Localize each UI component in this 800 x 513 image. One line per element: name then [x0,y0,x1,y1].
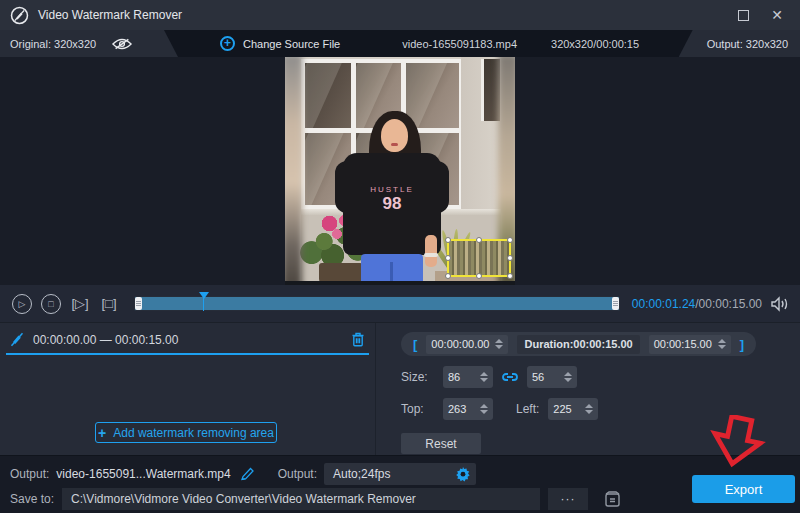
maximize-icon [738,10,749,21]
left-spinner[interactable] [585,404,593,414]
link-dimensions-icon[interactable] [502,371,518,383]
format-selector[interactable]: Auto;24fps [324,463,476,485]
selection-handle[interactable] [445,273,451,279]
output-filename: video-1655091...Watermark.mp4 [56,467,230,481]
video-blur-edge-left [285,57,302,285]
browse-button[interactable]: ··· [548,488,588,510]
change-source-button[interactable]: + Change Source File [220,36,340,51]
size-row: Size: 86 56 [401,366,800,388]
stop-section-icon: [□] [101,296,116,311]
current-time: 00:00:01.24 [632,297,695,311]
selection-handle[interactable] [445,237,451,243]
stop-button[interactable]: □ [39,292,63,316]
plus-circle-icon: + [220,36,235,51]
window-title: Video Watermark Remover [38,8,182,22]
stop-section-button[interactable]: [□] [97,292,121,316]
top-value: 263 [448,403,466,415]
volume-icon[interactable] [770,296,790,312]
height-field[interactable]: 56 [527,366,577,388]
format-value: Auto;24fps [333,467,455,481]
play-section-icon: [▷] [71,296,88,311]
left-label: Left: [516,402,539,416]
top-label: Top: [401,402,434,416]
size-label: Size: [401,370,434,384]
app-window: Video Watermark Remover ✕ Original: 320x… [0,0,800,513]
height-spinner[interactable] [564,372,572,382]
end-time-field[interactable]: 00:00:15.00 [649,335,731,354]
eye-off-icon[interactable] [112,37,132,51]
output-tab[interactable]: Output: 320x320 [679,30,800,57]
export-button[interactable]: Export [692,475,795,503]
top-spinner[interactable] [480,404,488,414]
width-field[interactable]: 86 [443,366,493,388]
bottom-bar: Output: video-1655091...Watermark.mp4 Ou… [0,455,800,513]
play-button[interactable]: ▷ [10,292,34,316]
maximize-button[interactable] [730,4,756,26]
selection-handle[interactable] [476,273,482,279]
output-file-label: Output: [10,467,49,481]
selection-handle[interactable] [445,255,451,261]
watermark-list-item[interactable]: 00:00:00.00 — 00:00:15.00 [6,329,369,355]
selection-handle[interactable] [507,273,513,279]
add-plus-icon: + [98,425,106,441]
save-to-label: Save to: [10,492,54,506]
watermark-selection-box[interactable] [447,239,511,277]
format-settings-gear-icon[interactable] [455,466,471,482]
app-logo-icon [10,6,29,25]
left-value: 225 [553,403,571,415]
play-section-button[interactable]: [▷] [68,292,92,316]
toolbar: Original: 320x320 + Change Source File v… [0,30,800,57]
add-area-label: Add watermark removing area [113,426,274,440]
play-icon: ▷ [12,294,32,314]
shirt-text-line1: HUSTLE [343,185,441,194]
start-time-field[interactable]: 00:00:00.00 [426,335,508,354]
save-path-row: Save to: C:\Vidmore\Vidmore Video Conver… [0,487,800,510]
time-display: 00:00:01.24/00:00:15.00 [632,297,762,311]
delete-watermark-icon[interactable] [351,332,365,347]
close-button[interactable]: ✕ [764,4,790,26]
preview-area: HUSTLE 98 [0,57,800,285]
width-spinner[interactable] [480,372,488,382]
video-bottom-edge [285,281,515,285]
selection-handle[interactable] [507,255,513,261]
shirt-text-line2: 98 [343,194,441,214]
open-folder-button[interactable] [598,488,626,510]
height-value: 56 [532,371,544,383]
edit-filename-icon[interactable] [240,467,255,481]
source-dimensions: 320x320/00:00:15 [551,38,639,50]
width-value: 86 [448,371,460,383]
start-time-value: 00:00:00.00 [431,338,489,350]
selection-handle[interactable] [507,237,513,243]
watermark-list-panel: 00:00:00.00 — 00:00:15.00 + Add watermar… [0,323,376,455]
video-shirt-print: HUSTLE 98 [343,185,441,214]
video-person-lips [391,143,398,146]
output-format-label: Output: [278,467,317,481]
start-time-spinner[interactable] [495,339,503,349]
set-end-bracket[interactable]: ] [740,337,744,352]
left-field[interactable]: 225 [548,398,598,420]
set-start-bracket[interactable]: [ [413,337,417,352]
source-filename: video-1655091183.mp4 [402,38,517,50]
time-range-controls: [ 00:00:00.00 Duration:00:00:15.00 00:00… [401,332,756,356]
end-time-spinner[interactable] [718,339,726,349]
original-label: Original: 320x320 [10,38,96,50]
change-source-label: Change Source File [243,38,340,50]
area-settings-panel: [ 00:00:00.00 Duration:00:00:15.00 00:00… [376,323,800,455]
video-frame[interactable]: HUSTLE 98 [285,57,515,285]
trim-handle-right[interactable] [612,297,619,310]
save-path-input[interactable]: C:\Vidmore\Vidmore Video Converter\Video… [62,488,540,510]
end-time-value: 00:00:15.00 [654,338,712,350]
add-watermark-area-button[interactable]: + Add watermark removing area [95,422,277,443]
selection-handle[interactable] [476,237,482,243]
original-tab[interactable]: Original: 320x320 [0,30,178,57]
top-field[interactable]: 263 [443,398,493,420]
timeline-slider[interactable] [134,296,620,311]
title-bar: Video Watermark Remover ✕ [0,0,800,30]
reset-button[interactable]: Reset [401,433,481,454]
stop-icon: □ [41,294,61,314]
folder-icon [604,491,621,507]
trim-handle-left[interactable] [135,297,142,310]
playhead-line [203,296,205,311]
settings-panels: 00:00:00.00 — 00:00:15.00 + Add watermar… [0,322,800,455]
output-label: Output: 320x320 [707,38,788,50]
